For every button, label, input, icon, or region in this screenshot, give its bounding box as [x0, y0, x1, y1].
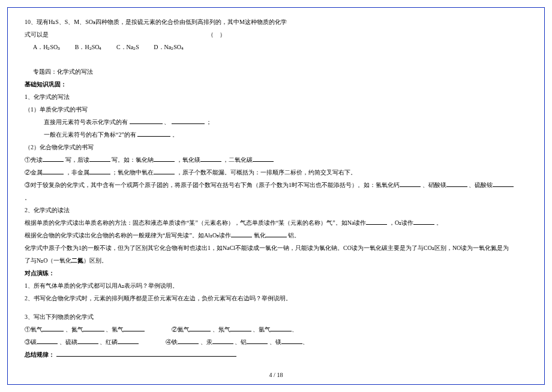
txt: ，非金属	[65, 169, 89, 176]
txt: 写。如：氯化钠	[112, 156, 154, 163]
blank	[83, 325, 104, 331]
blank	[154, 168, 175, 174]
s1-p1a-text: 直接用元素符号表示化学式的有	[44, 119, 128, 125]
txt: ）区别。	[83, 257, 107, 264]
q10-opt-a: A．H₂SO₃	[33, 41, 60, 53]
q10-stem-tail: 式可以是	[25, 31, 49, 38]
pr3-heading: 3、写出下列物质的化学式	[25, 311, 527, 322]
blank-long	[56, 350, 236, 357]
blank	[493, 180, 514, 187]
txt: ，氧化镁	[176, 156, 200, 163]
blank	[118, 337, 139, 344]
blank	[446, 180, 467, 187]
blank	[400, 180, 421, 187]
s1-p2b: ②金属 ，非金属 ；氧化物中氧在 ，原子个数不能漏。可概括为：一排顺序二标价，约…	[25, 167, 527, 178]
blank	[366, 218, 387, 225]
txt: 铝。	[288, 232, 300, 239]
blank	[130, 117, 163, 124]
txt: 、铝	[235, 339, 247, 345]
txt: 、红磷	[100, 339, 118, 345]
blank	[212, 337, 233, 344]
q10-paren: （ ）	[208, 31, 226, 38]
blank	[43, 155, 64, 162]
s1-p1a: 直接用元素符号表示化学式的有 、 ；	[25, 116, 527, 128]
q10-line1: 10、现有H₂S、S、M、SO₃四种物质，是按硫元素的化合价由低到高排列的，其中…	[25, 16, 527, 28]
blank	[247, 337, 268, 344]
txt: ；氧化物中氧在	[112, 169, 154, 176]
txt: ②氦气	[172, 326, 190, 333]
blank	[190, 325, 211, 331]
txt: 、氖气	[212, 326, 230, 333]
blank	[89, 155, 110, 162]
blank	[154, 155, 175, 162]
blank	[253, 155, 274, 162]
s1-p1: （1）单质化学式的书写	[25, 104, 527, 115]
blank	[137, 130, 170, 137]
topic4-heading: 专题四：化学式的写法	[25, 66, 527, 77]
txt: 、硝酸镁	[422, 182, 446, 188]
txt: ①氧气	[25, 326, 43, 333]
s1-p2c: ③对于较复杂的化学式，其中含有一个或两个原子团的，将原子团个数写在括号右下角（原…	[25, 179, 527, 191]
txt: ，原子个数不能漏。可概括为：一排顺序二标价，约简交叉写右下。	[176, 169, 356, 176]
blank	[281, 337, 302, 344]
txt: 、汞	[200, 339, 212, 345]
txt: 、硫磺	[59, 339, 77, 345]
blank	[124, 325, 145, 331]
blank	[43, 168, 64, 174]
blank	[172, 117, 205, 124]
s1-p1b: 一般在元素符号的右下角标“2”的有 。	[25, 129, 527, 140]
q10-opt-c: C．Na₂S	[116, 41, 139, 53]
s2-l2: 根据化合物的化学式读出化合物的名称的一般规律为“后写先读”。如Al₂O₃读作 氧…	[25, 230, 527, 241]
s2-l3: 化学式中原子个数为1的一般不读，但为了区别其它化合物有时也读出1，如NaCl不能…	[25, 242, 527, 254]
basics-title: 基础知识巩固：	[25, 79, 527, 90]
s1-p1b-text: 一般在元素符号的右下角标“2”的有	[44, 131, 136, 138]
s2-heading: 2、化学式的读法	[25, 204, 527, 216]
punct: 。	[172, 131, 178, 138]
sep: 、	[164, 119, 170, 125]
pr2: 2、书写化合物化学式时，元素的排列顺序都是正价元素写在左边，负价元素写在右边吗？…	[25, 293, 527, 304]
blank	[178, 337, 199, 344]
s1-heading: 1、化学式的写法	[25, 91, 527, 102]
txt: 了与N₂O（一氧化	[25, 257, 71, 264]
txt: 、镁	[269, 339, 281, 345]
txt: 写，后读	[65, 156, 89, 163]
blank	[89, 168, 110, 174]
punct: ；	[206, 119, 212, 125]
blank	[266, 231, 287, 237]
txt: 根据单质的化学式读出单质名称的方法：固态和液态单质读作“某”（元素名称），气态单…	[25, 219, 366, 226]
s1-p2a: ①先读 写，后读 写。如：氯化钠 ，氧化镁 ，二氧化碳	[25, 154, 527, 165]
txt: ③对于较复杂的化学式，其中含有一个或两个原子团的，将原子团个数写在括号右下角（原…	[25, 182, 400, 188]
blank	[77, 337, 98, 344]
blank	[231, 231, 252, 237]
document-page: 10、现有H₂S、S、M、SO₃四种物质，是按硫元素的化合价由低到高排列的，其中…	[7, 7, 545, 385]
q10-opt-b: B．H₂SO₄	[75, 41, 102, 53]
txt: 、氢气	[106, 326, 124, 333]
txt: 氧化	[254, 232, 266, 239]
txt: ②金属	[25, 169, 43, 176]
txt: 根据化合物的化学式读出化合物的名称的一般规律为“后写先读”。如Al₂O₃读作	[25, 232, 231, 239]
q10-opt-d: D．Na₂SO₄	[154, 41, 184, 53]
txt: ，二氧化碳	[223, 156, 253, 163]
summary-row: 总结规律：	[25, 349, 527, 360]
blank	[200, 155, 221, 162]
pr3-row2: ③碳 、硫磺 、红磷 ④铁 、汞 、铝 、镁、	[25, 336, 527, 348]
s1-p2c-end: 。	[25, 192, 527, 203]
summary-label: 总结规律：	[25, 351, 55, 358]
blank	[37, 337, 58, 344]
pr1: 1、所有气体单质的化学式都可以用A₂表示吗？举例说明。	[25, 280, 527, 291]
s1-p2: （2）化合物化学式的书写	[25, 141, 527, 153]
blank	[271, 325, 292, 331]
txt: 、硫酸铵	[469, 182, 493, 188]
txt: 、氩气	[253, 326, 271, 333]
txt: ④铁	[166, 339, 178, 345]
practice-title: 对点演练：	[25, 267, 527, 279]
txt: ，O₂读作	[389, 219, 413, 226]
blank	[43, 325, 64, 331]
txt: ①先读	[25, 156, 43, 163]
q10-line2: 式可以是 （ ）	[25, 29, 527, 40]
txt-bold: 二氮	[71, 257, 83, 264]
blank	[413, 218, 434, 225]
q10-options: A．H₂SO₃ B．H₂SO₄ C．Na₂S D．Na₂SO₄	[25, 41, 527, 53]
txt: 。	[436, 219, 442, 226]
txt: 、氮气	[65, 326, 83, 333]
